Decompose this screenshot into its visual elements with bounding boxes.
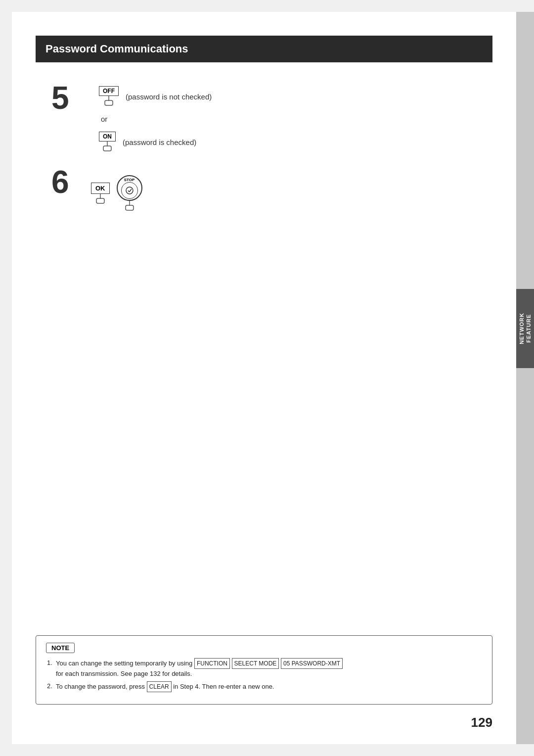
- on-key: ON: [99, 132, 116, 142]
- note-header: NOTE: [46, 643, 75, 653]
- stop-label: STOP: [124, 178, 135, 182]
- svg-rect-3: [103, 146, 111, 151]
- step-6-content: OK STOP: [91, 175, 142, 212]
- step-5-block: 5 OFF (password is not checked): [51, 86, 477, 152]
- note-section: NOTE You can change the setting temporar…: [36, 635, 492, 705]
- svg-rect-5: [96, 198, 104, 203]
- note-2-text-after: in Step 4. Then re-enter a new one.: [172, 683, 274, 690]
- stop-round-button: STOP: [117, 175, 142, 201]
- finger-icon-on: [99, 142, 115, 152]
- step-5-number: 5: [51, 82, 91, 114]
- function-key: FUNCTION: [194, 658, 230, 669]
- finger-icon-off: [101, 96, 117, 107]
- clear-key: CLEAR: [147, 681, 172, 692]
- ok-button-container: OK: [91, 183, 110, 205]
- page-header: Password Communications: [36, 36, 492, 62]
- svg-line-8: [129, 189, 132, 192]
- note-item-2: To change the password, press CLEAR in S…: [56, 681, 482, 692]
- step-5-on-row: ON (password is checked): [99, 132, 212, 152]
- content: 5 OFF (password is not checked): [12, 62, 516, 249]
- right-strip: [516, 12, 534, 744]
- note-1-text-after: for each transmission. See page 132 for …: [56, 670, 192, 677]
- stop-icon: [125, 186, 134, 195]
- step-5-content: OFF (password is not checked) or: [99, 86, 212, 152]
- on-button-container: ON: [99, 132, 116, 152]
- step-5-or: or: [99, 115, 212, 124]
- side-tab: NETWORKFEATURE: [516, 289, 534, 368]
- note-item-1: You can change the setting temporarily b…: [56, 658, 482, 679]
- step-5-off-description: (password is not checked): [126, 93, 212, 101]
- ok-key: OK: [91, 183, 110, 194]
- step-5-on-description: (password is checked): [123, 138, 196, 146]
- side-tab-text: NETWORKFEATURE: [518, 313, 533, 344]
- svg-point-6: [126, 187, 133, 194]
- page: NETWORKFEATURE Password Communications 5…: [12, 12, 516, 744]
- finger-icon-stop: [122, 201, 137, 212]
- svg-rect-10: [126, 205, 134, 210]
- off-button-container: OFF: [99, 86, 119, 107]
- page-title: Password Communications: [45, 43, 188, 55]
- password-xmt-key: 05 PASSWORD-XMT: [281, 658, 343, 669]
- step-6-block: 6 OK STOP: [51, 170, 477, 212]
- stop-button-container: STOP: [117, 175, 142, 212]
- off-key: OFF: [99, 86, 119, 96]
- step-6-number: 6: [51, 166, 91, 198]
- page-number: 129: [471, 715, 492, 730]
- step-5-off-row: OFF (password is not checked): [99, 86, 212, 107]
- select-mode-key: SELECT MODE: [232, 658, 279, 669]
- note-2-text-before: To change the password, press: [56, 683, 147, 690]
- finger-icon-ok: [92, 194, 108, 205]
- svg-rect-1: [105, 100, 113, 105]
- note-1-text-before: You can change the setting temporarily b…: [56, 660, 194, 667]
- stop-inner-circle: [121, 182, 138, 199]
